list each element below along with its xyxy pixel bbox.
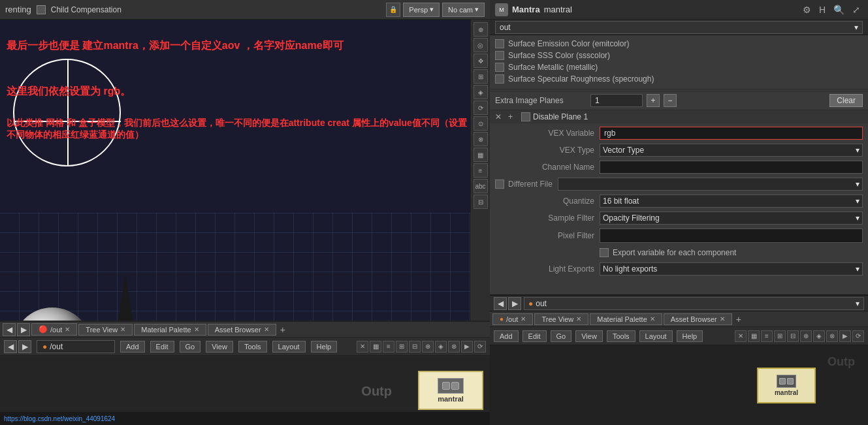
rb-edit-btn[interactable]: Edit [522,330,547,342]
rb-tab-close-2[interactable]: ✕ [576,315,581,323]
rb-toolbar-icon-10[interactable]: ⟳ [852,330,864,342]
different-file-dropdown[interactable]: ▾ [558,178,863,191]
settings-icon[interactable]: ⚙ [800,3,814,16]
rb-toolbar-icon-1[interactable]: ✕ [735,330,747,342]
right-bottom-forward[interactable]: ▶ [508,297,521,310]
side-icon-3[interactable]: ✥ [474,54,488,68]
tab-close-1[interactable]: ✕ [65,326,70,333]
rb-toolbar-icon-2[interactable]: ▦ [748,330,760,342]
toolbar-icon-6[interactable]: ⊕ [422,341,434,353]
pixel-filter-input[interactable] [600,228,863,243]
rb-toolbar-icon-8[interactable]: ⊗ [826,330,838,342]
channel-name-input[interactable] [600,161,863,174]
toolbar-icon-1[interactable]: ✕ [357,341,368,353]
rb-add-tab[interactable]: + [733,314,744,324]
metallic-checkbox[interactable] [495,63,504,72]
expand-icon[interactable]: ⤢ [850,3,863,16]
right-bottom-path-dropdown[interactable]: ● out ▾ [524,297,864,310]
tab-asset-browser[interactable]: Asset Browser ✕ [208,324,276,336]
side-icon-6[interactable]: ⟳ [474,101,488,115]
light-exports-select[interactable]: No light exports ▾ [600,262,863,275]
add-tab-button[interactable]: + [278,324,288,335]
bottom-edit-btn[interactable]: Edit [150,341,174,353]
rb-toolbar-icon-4[interactable]: ⊞ [774,330,786,342]
tab-material-palette[interactable]: Material Palette ✕ [134,324,206,336]
rb-tab-close-4[interactable]: ✕ [720,315,725,323]
rb-tab-asset[interactable]: Asset Browser ✕ [664,313,732,325]
rb-add-btn[interactable]: Add [494,330,519,342]
side-icon-2[interactable]: ◎ [474,38,488,52]
export-each-checkbox[interactable] [600,248,609,257]
toolbar-icon-3[interactable]: ≡ [383,341,394,353]
close-plane-icon[interactable]: ✕ [495,112,506,121]
forward-arrow[interactable]: ▶ [17,323,30,336]
rb-toolbar-icon-3[interactable]: ≡ [761,330,773,342]
nocam-dropdown[interactable]: No cam ▾ [442,3,485,17]
toolbar-icon-7[interactable]: ◈ [435,341,447,353]
different-file-checkbox[interactable] [495,180,504,189]
eip-value-input[interactable] [590,94,643,107]
side-icon-9[interactable]: ▦ [474,148,488,162]
toolbar-icon-2[interactable]: ▦ [370,341,381,353]
side-icon-4[interactable]: ⊞ [474,69,488,84]
right-bottom-back[interactable]: ◀ [494,297,507,310]
vex-variable-input[interactable] [600,127,863,140]
persp-dropdown[interactable]: Persp ▾ [403,3,440,17]
rb-layout-btn[interactable]: Layout [639,330,673,342]
vex-type-select[interactable]: Vector Type ▾ [600,144,863,157]
rb-tab-close-3[interactable]: ✕ [650,315,655,323]
rb-toolbar-icon-9[interactable]: ▶ [839,330,851,342]
child-comp-checkbox[interactable] [37,5,46,14]
specrough-checkbox[interactable] [495,74,504,84]
rb-tab-close-1[interactable]: ✕ [521,315,526,323]
rb-help-btn[interactable]: Help [677,330,703,342]
add-plane-icon[interactable]: + [508,112,519,121]
toolbar-icon-4[interactable]: ⊞ [396,341,408,353]
ssscolor-checkbox[interactable] [495,51,504,60]
rb-view-btn[interactable]: View [575,330,603,342]
bottom-add-btn[interactable]: Add [120,341,145,353]
rb-go-btn[interactable]: Go [551,330,572,342]
eip-plus-btn[interactable]: + [647,94,660,107]
side-icon-7[interactable]: ⊙ [474,116,488,131]
rb-toolbar-icon-7[interactable]: ◈ [813,330,825,342]
side-icon-11[interactable]: abc [474,179,488,193]
out-path-dropdown[interactable]: out ▾ [495,21,863,34]
bottom-back-arrow[interactable]: ◀ [4,340,17,353]
side-icon-12[interactable]: ⊟ [474,195,488,209]
bottom-tools-btn[interactable]: Tools [238,341,267,353]
rb-tools-btn[interactable]: Tools [607,330,635,342]
disable-plane-checkbox[interactable] [521,112,530,121]
rb-tab-tree[interactable]: Tree View ✕ [534,313,588,325]
bottom-go-btn[interactable]: Go [180,341,201,353]
toolbar-icon-5[interactable]: ⊟ [409,341,421,353]
toolbar-icon-10[interactable]: ⟳ [474,341,486,353]
lock-icon[interactable]: 🔒 [386,3,400,17]
side-icon-5[interactable]: ◈ [474,85,488,99]
mantra-node-right[interactable]: mantral [757,368,816,403]
quantize-select[interactable]: 16 bit float ▾ [600,195,863,208]
toolbar-icon-9[interactable]: ▶ [461,341,473,353]
tab-tree-view[interactable]: Tree View ✕ [78,324,133,336]
clear-button[interactable]: Clear [829,94,863,107]
tab-out[interactable]: 🔴 /out ✕ [31,323,77,336]
side-icon-8[interactable]: ⊗ [474,132,488,146]
bottom-layout-btn[interactable]: Layout [272,341,306,353]
side-icon-1[interactable]: ⊕ [474,22,488,37]
eip-minus-btn[interactable]: − [664,94,677,107]
home-icon[interactable]: H [816,3,828,16]
rb-tab-out[interactable]: ● /out ✕ [492,313,533,325]
tab-close-3[interactable]: ✕ [194,326,199,333]
back-arrow[interactable]: ◀ [3,323,16,336]
bottom-view-btn[interactable]: View [206,341,233,353]
emitcolor-checkbox[interactable] [495,39,504,48]
sample-filter-select[interactable]: Opacity Filtering ▾ [600,212,863,225]
rb-tab-material[interactable]: Material Palette ✕ [590,313,662,325]
toolbar-icon-8[interactable]: ⊗ [448,341,460,353]
mantra-node-bottom[interactable]: mantral [418,371,483,410]
bottom-forward-arrow[interactable]: ▶ [18,340,31,353]
rb-toolbar-icon-5[interactable]: ⊟ [787,330,799,342]
rb-toolbar-icon-6[interactable]: ⊕ [800,330,812,342]
search-icon[interactable]: 🔍 [831,3,847,16]
tab-close-2[interactable]: ✕ [120,326,125,333]
